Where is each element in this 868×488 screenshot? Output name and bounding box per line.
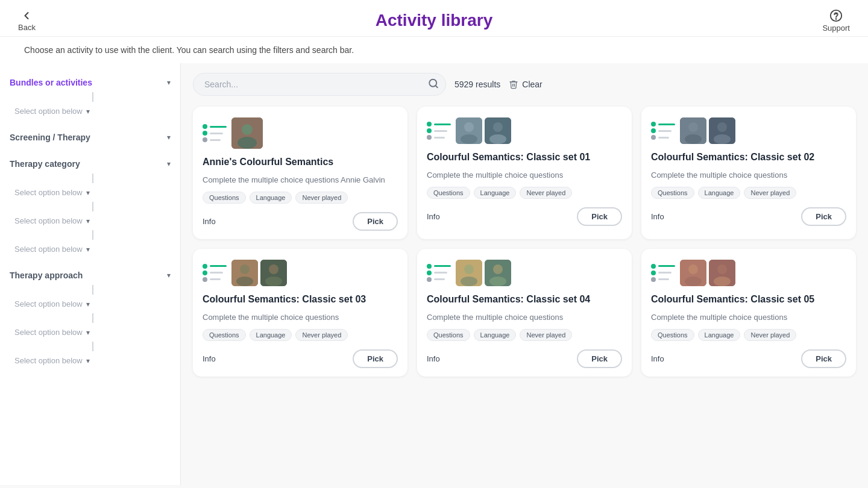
svg-point-19	[714, 134, 731, 144]
filter-therapy-approach-toggle[interactable]: Therapy approach ▾	[10, 267, 171, 284]
svg-point-25	[265, 277, 282, 286]
card-tag: Language	[474, 329, 517, 341]
filter-section-screening: Screening / Therapy ▾	[0, 124, 180, 151]
filter-therapy-approach-option-1[interactable]: Select option below ▾	[14, 296, 171, 312]
divider	[92, 313, 93, 323]
card-tag: Questions	[203, 192, 246, 204]
svg-point-10	[461, 134, 477, 144]
filter-therapy-category-toggle[interactable]: Therapy category ▾	[10, 155, 171, 172]
filter-section-therapy-approach: Therapy approach ▾ Select option below ▾…	[0, 262, 180, 374]
search-input[interactable]	[193, 73, 446, 96]
card-thumbnail	[651, 117, 846, 144]
activity-grid: Annie's Colourful Semantics Complete the…	[193, 107, 856, 377]
divider	[92, 230, 93, 240]
card-thumbnail	[427, 117, 622, 144]
card-title: Colourful Semantics: Classic set 03	[203, 293, 398, 306]
svg-point-13	[489, 134, 506, 144]
info-button[interactable]: Info	[427, 354, 440, 363]
main-layout: Bundles or activities ▾ Select option be…	[0, 63, 868, 485]
thumb-icon	[203, 124, 227, 142]
sidebar: Bundles or activities ▾ Select option be…	[0, 63, 181, 485]
card-tag: Questions	[427, 187, 470, 199]
card-tags: QuestionsLanguageNever played	[427, 329, 622, 341]
info-button[interactable]: Info	[651, 354, 664, 363]
divider	[92, 92, 93, 102]
card-tag: Language	[698, 187, 741, 199]
filter-bundles-label: Bundles or activities	[10, 78, 92, 87]
svg-point-28	[461, 277, 477, 286]
card-description: Complete the multiple choice questions	[427, 312, 622, 323]
filter-screening-toggle[interactable]: Screening / Therapy ▾	[10, 129, 171, 146]
info-button[interactable]: Info	[203, 217, 216, 226]
card-description: Complete the multiple choice questions	[651, 312, 846, 323]
pick-button[interactable]: Pick	[353, 212, 398, 231]
chevron-down-icon: ▾	[86, 245, 90, 254]
activity-card: Colourful Semantics: Classic set 04 Comp…	[417, 249, 632, 377]
card-title: Colourful Semantics: Classic set 02	[651, 151, 846, 164]
pick-button[interactable]: Pick	[577, 349, 622, 368]
svg-point-22	[236, 277, 253, 286]
content-area: 5929 results Clear	[181, 63, 868, 485]
info-button[interactable]: Info	[203, 354, 216, 363]
card-actions: Info Pick	[203, 212, 398, 231]
card-thumbnail	[203, 117, 398, 149]
info-button[interactable]: Info	[651, 212, 664, 221]
svg-point-30	[493, 264, 503, 274]
card-tag: Never played	[744, 187, 796, 199]
card-thumbnail	[427, 260, 622, 286]
card-actions: Info Pick	[651, 349, 846, 368]
svg-point-18	[717, 122, 727, 132]
card-title: Annie's Colourful Semantics	[203, 156, 398, 169]
chevron-down-icon: ▾	[167, 160, 171, 168]
page-title: Activity library	[376, 11, 493, 30]
filter-therapy-approach-option-2[interactable]: Select option below ▾	[14, 324, 171, 340]
chevron-down-icon: ▾	[167, 78, 171, 87]
svg-point-36	[717, 264, 727, 274]
card-tags: QuestionsLanguageNever played	[651, 329, 846, 341]
card-tag: Never played	[295, 192, 348, 204]
filter-option-bundles-1[interactable]: Select option below ▾	[14, 103, 171, 119]
filter-therapy-category-option-3[interactable]: Select option below ▾	[14, 241, 171, 257]
svg-point-31	[489, 277, 506, 286]
svg-line-4	[435, 86, 437, 87]
card-tag: Questions	[427, 329, 470, 341]
trash-icon	[509, 80, 518, 89]
card-actions: Info Pick	[203, 349, 398, 368]
pick-button[interactable]: Pick	[801, 349, 846, 368]
filter-therapy-category-option-2[interactable]: Select option below ▾	[14, 213, 171, 229]
card-description: Complete the multiple choice questions	[203, 312, 398, 323]
activity-card: Colourful Semantics: Classic set 01 Comp…	[417, 107, 632, 239]
pick-button[interactable]: Pick	[353, 349, 398, 368]
chevron-down-icon: ▾	[86, 217, 90, 225]
filter-bundles-toggle[interactable]: Bundles or activities ▾	[10, 74, 171, 91]
info-button[interactable]: Info	[427, 212, 440, 221]
divider	[92, 202, 93, 211]
filter-therapy-category-option-1[interactable]: Select option below ▾	[14, 184, 171, 201]
filter-therapy-approach-options: Select option below ▾ Select option belo…	[10, 285, 171, 369]
support-button[interactable]: Support	[822, 9, 850, 33]
filter-therapy-approach-option-3[interactable]: Select option below ▾	[14, 352, 171, 369]
chevron-down-icon: ▾	[86, 107, 90, 116]
back-label: Back	[18, 23, 36, 32]
search-button[interactable]	[428, 78, 439, 91]
svg-point-6	[242, 124, 253, 135]
thumb-icon	[203, 264, 227, 282]
pick-button[interactable]: Pick	[577, 207, 622, 226]
support-label: Support	[822, 23, 850, 33]
card-thumbnail	[651, 260, 846, 286]
clear-button[interactable]: Clear	[509, 80, 542, 89]
card-tags: QuestionsLanguageNever played	[427, 187, 622, 199]
back-button[interactable]: Back	[18, 10, 36, 32]
svg-point-21	[240, 264, 250, 274]
card-thumbnail	[203, 260, 398, 286]
card-description: Complete the multiple choice questions	[651, 170, 846, 181]
svg-point-9	[464, 122, 474, 132]
card-tag: Language	[250, 329, 292, 341]
pick-button[interactable]: Pick	[801, 207, 846, 226]
activity-card: Colourful Semantics: Classic set 03 Comp…	[193, 249, 407, 377]
thumb-icon	[427, 264, 451, 282]
chevron-down-icon: ▾	[86, 328, 90, 337]
card-tag: Never played	[295, 329, 348, 341]
card-tags: QuestionsLanguageNever played	[651, 187, 846, 199]
chevron-down-icon: ▾	[86, 357, 90, 365]
